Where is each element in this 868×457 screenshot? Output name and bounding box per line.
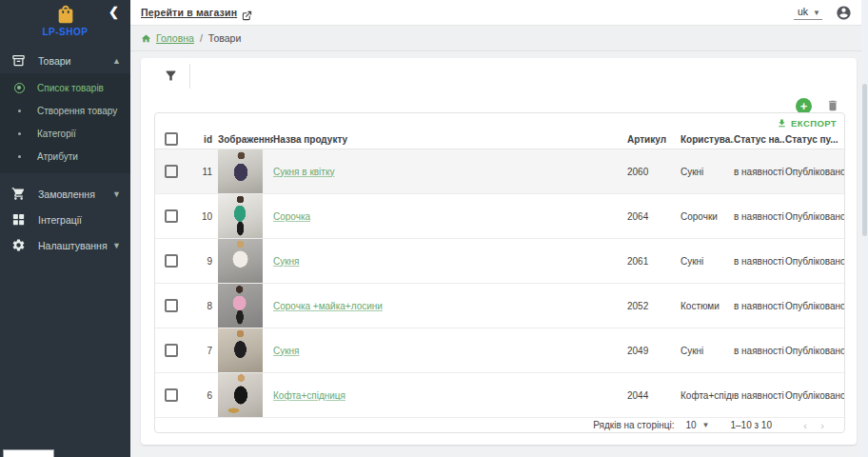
sidebar-subitem-label: Створення товару [37,106,117,116]
browser-status-bar [3,449,54,457]
sidebar-item-create-product[interactable]: Створення товару [0,99,130,122]
grid-icon [11,212,26,227]
cell-stock-status: в наявності [734,256,785,267]
row-checkbox[interactable] [165,209,178,223]
sidebar-item-integrations[interactable]: Інтеграції [0,207,130,232]
product-image[interactable] [218,284,263,328]
table-row[interactable]: 8 Сорочка +майка+лосини 2052 Костюми в н… [155,284,844,328]
header-sku[interactable]: Артикул [627,134,681,145]
sidebar-item-orders[interactable]: Замовлення ▼ [0,181,130,207]
cell-sku: 2060 [627,167,681,177]
product-link[interactable]: Кофта+спідниця [273,390,345,401]
cell-category: Сукні [681,346,734,356]
go-to-store-link[interactable]: Перейти в магазин [141,7,237,18]
next-page-icon[interactable]: › [814,420,831,431]
sidebar-item-categories[interactable]: Категорії [0,122,130,145]
row-checkbox[interactable] [165,299,178,312]
filter-icon[interactable] [164,69,178,83]
breadcrumb-separator: / [200,32,203,44]
cart-icon [11,187,26,201]
filter-toolbar [141,58,857,93]
account-icon[interactable] [836,5,852,21]
header-category[interactable]: Користува... [681,134,734,145]
cell-category: Сорочки [681,211,734,222]
breadcrumb-current: Товари [208,32,241,44]
scrollbar-thumb[interactable] [862,84,867,236]
sidebar-item-product-list[interactable]: Список товарів [0,76,130,99]
header-name[interactable]: Назва продукту [273,134,627,145]
header-id[interactable]: id [189,134,218,145]
sidebar-item-settings[interactable]: Налаштування ▼ [0,232,130,258]
table-row[interactable]: 7 Сукня 2049 Сукні в наявності Опубліков… [155,328,844,373]
cell-publish-status: Опубліковано [785,390,844,401]
language-value: uk [798,6,808,17]
logo-text[interactable]: LP-SHOP [0,27,130,37]
cell-sku: 2064 [627,211,681,222]
shop-bag-icon [55,4,76,25]
cell-stock-status: в наявності [734,167,785,177]
cell-id: 7 [189,346,218,356]
cell-stock-status: в наявності [734,346,785,356]
breadcrumb: Головна / Товари [130,26,861,51]
product-image[interactable] [218,328,263,372]
delete-icon[interactable] [826,99,839,112]
cell-category: Сукні [681,167,734,177]
bullet-icon [18,132,21,135]
product-link[interactable]: Сукня в квітку [273,167,334,177]
chevron-down-icon: ▼ [112,241,121,250]
cell-id: 8 [189,301,218,311]
table-row[interactable]: 10 Сорочка 2064 Сорочки в наявності Опуб… [155,194,844,239]
chevron-up-icon: ▲ [112,56,121,66]
cell-publish-status: Опубліковано [785,167,844,177]
rows-per-page-select[interactable]: 10▼ [685,420,709,430]
product-link[interactable]: Сорочка [273,211,310,222]
sidebar-collapse-icon[interactable]: ❮ [108,6,119,18]
cell-sku: 2049 [627,346,681,356]
toolbar-divider [189,64,190,89]
row-checkbox[interactable] [165,165,178,178]
export-row: ЕКСПОРТ [155,113,844,129]
page-scrollbar[interactable] [861,0,868,457]
pagination-range: 1–10 з 10 [730,420,772,430]
cell-publish-status: Опубліковано [785,346,844,356]
product-image[interactable] [218,373,263,417]
products-table-card: ЕКСПОРТ id Зображення Назва продукту Арт… [154,112,845,433]
rows-per-page-label: Рядків на сторінці: [593,420,674,430]
header-publish-status[interactable]: Статус пу... [785,134,844,145]
sidebar-menu: Товари ▲ Список товарів Створення товару… [0,48,130,258]
download-icon [777,118,787,129]
header-stock-status[interactable]: Статус на... [734,134,785,145]
product-link[interactable]: Сукня [273,256,300,267]
sidebar-subitem-label: Атрибути [37,151,78,162]
add-product-button[interactable]: + [796,98,812,114]
language-select[interactable]: uk▼ [794,5,822,20]
main-panel: + ЕКСПОРТ id Зображенн [130,51,861,457]
export-button[interactable]: ЕКСПОРТ [777,118,837,129]
cell-publish-status: Опубліковано [785,256,844,267]
sidebar-item-products[interactable]: Товари ▲ [0,48,130,73]
sidebar-item-label: Товари [38,55,70,67]
select-all-checkbox[interactable] [165,132,178,146]
caret-down-icon: ▼ [702,421,710,429]
previous-page-icon[interactable]: ‹ [797,420,814,431]
cell-id: 10 [189,211,218,222]
row-checkbox[interactable] [165,388,178,402]
table-row[interactable]: 9 Сукня 2061 Сукні в наявності Опубліков… [155,239,844,284]
sidebar-subitem-label: Категорії [37,129,76,139]
product-image[interactable] [218,239,263,283]
product-image[interactable] [218,194,263,238]
sidebar-item-attributes[interactable]: Атрибути [0,145,130,168]
product-link[interactable]: Сорочка +майка+лосини [273,301,383,311]
sidebar: ❮ LP-SHOP Товари ▲ Список товарів [0,0,130,457]
table-row[interactable]: 11 Сукня в квітку 2060 Сукні в наявності… [155,149,844,194]
table-row[interactable]: 6 Кофта+спідниця 2044 Кофта+спідниц в на… [155,373,844,418]
row-checkbox[interactable] [165,344,178,357]
product-link[interactable]: Сукня [273,346,300,356]
product-image[interactable] [218,149,263,193]
breadcrumb-home-link[interactable]: Головна [156,32,194,44]
caret-down-icon: ▼ [813,9,820,17]
row-checkbox[interactable] [165,254,178,268]
cell-stock-status: в наявності [734,211,785,222]
external-link-icon [242,8,252,18]
gear-icon [11,238,26,252]
